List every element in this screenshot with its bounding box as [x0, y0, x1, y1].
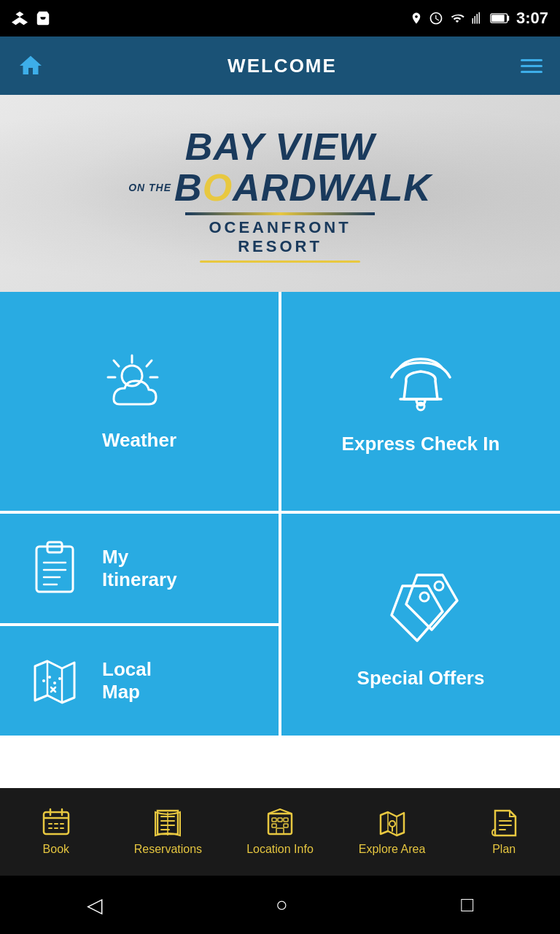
svg-point-24: [58, 677, 61, 680]
logo-bay-view: BAY VIEW: [185, 125, 375, 169]
logo-underline: [200, 260, 360, 263]
signal-icon: [471, 11, 484, 26]
recent-button[interactable]: □: [461, 893, 473, 916]
svg-point-23: [53, 682, 56, 684]
nav-item-reservations[interactable]: Reservations: [112, 808, 225, 856]
svg-rect-2: [491, 15, 505, 22]
nav-book-label: Book: [43, 843, 69, 856]
weather-icon: [99, 352, 179, 417]
header-title: WELCOME: [44, 55, 521, 77]
reservations-icon: [153, 808, 182, 837]
svg-rect-44: [278, 818, 282, 822]
bell-icon: [384, 348, 457, 421]
svg-rect-43: [272, 818, 276, 822]
status-right-icons: 3:07: [410, 9, 548, 28]
battery-icon: [490, 12, 510, 24]
calendar-icon: [42, 808, 71, 837]
svg-line-6: [114, 360, 119, 366]
app-header: WELCOME: [0, 36, 560, 95]
local-map-label: LocalMap: [102, 658, 152, 703]
svg-line-4: [147, 360, 152, 366]
map-icon: [29, 655, 80, 706]
home-icon[interactable]: [18, 53, 44, 79]
logo-container: BAY VIEW ON THE BOARDWALK OCEANFRONT RES…: [128, 125, 432, 263]
my-itinerary-tile[interactable]: MyItinerary: [0, 514, 279, 623]
logo-resort: RESORT: [238, 237, 322, 256]
svg-rect-46: [272, 824, 276, 827]
building-icon: [265, 808, 295, 837]
status-bar: 3:07: [0, 0, 560, 36]
nav-item-explore-area[interactable]: Explore Area: [336, 808, 448, 856]
document-icon: [489, 808, 518, 837]
status-time: 3:07: [516, 9, 548, 28]
express-checkin-tile[interactable]: Express Check In: [281, 292, 560, 511]
logo-on-the: ON THE: [128, 182, 171, 193]
weather-label: Weather: [102, 429, 176, 452]
special-offers-label: Special Offers: [357, 667, 485, 690]
nav-item-plan[interactable]: Plan: [448, 808, 560, 856]
svg-point-22: [48, 676, 51, 679]
my-itinerary-label: MyItinerary: [102, 546, 177, 591]
svg-rect-47: [284, 824, 288, 827]
nav-item-book[interactable]: Book: [0, 808, 112, 856]
dropbox-icon: [12, 10, 28, 26]
logo-divider: [185, 212, 375, 215]
svg-rect-45: [284, 818, 288, 822]
svg-point-18: [420, 593, 429, 601]
android-nav-bar: ◁ ○ □: [0, 876, 560, 934]
nav-item-location-info[interactable]: Location Info: [224, 808, 336, 856]
tag-icon: [377, 560, 464, 655]
weather-tile[interactable]: Weather: [0, 292, 279, 511]
hero-section: BAY VIEW ON THE BOARDWALK OCEANFRONT RES…: [0, 95, 560, 292]
logo-boardwalk: BOARDWALK: [174, 166, 432, 209]
svg-rect-1: [508, 16, 510, 21]
express-checkin-label: Express Check In: [342, 433, 500, 455]
status-left-icons: [12, 10, 51, 26]
menu-button[interactable]: [521, 59, 542, 73]
map-pin-icon: [378, 808, 407, 837]
nav-plan-label: Plan: [492, 843, 516, 856]
alarm-icon: [429, 11, 443, 26]
svg-point-8: [122, 366, 142, 386]
location-icon: [410, 10, 423, 26]
home-button[interactable]: ○: [276, 893, 288, 916]
svg-point-17: [435, 582, 443, 590]
main-grid: Weather Express Check In MyI: [0, 292, 560, 788]
bottom-nav: Book Reservations Location Info: [0, 788, 560, 876]
nav-location-info-label: Location Info: [246, 843, 314, 856]
svg-point-21: [42, 679, 45, 682]
shopping-bag-icon: [35, 10, 51, 26]
local-map-tile[interactable]: LocalMap: [0, 626, 279, 736]
nav-explore-area-label: Explore Area: [359, 843, 426, 856]
svg-point-53: [389, 821, 395, 827]
back-button[interactable]: ◁: [87, 893, 103, 917]
clipboard-icon: [29, 539, 80, 598]
svg-point-10: [417, 403, 424, 410]
logo-oceanfront: OCEANFRONT: [209, 218, 351, 237]
nav-reservations-label: Reservations: [134, 843, 202, 856]
wifi-icon: [449, 12, 465, 25]
special-offers-tile[interactable]: Special Offers: [281, 514, 560, 736]
